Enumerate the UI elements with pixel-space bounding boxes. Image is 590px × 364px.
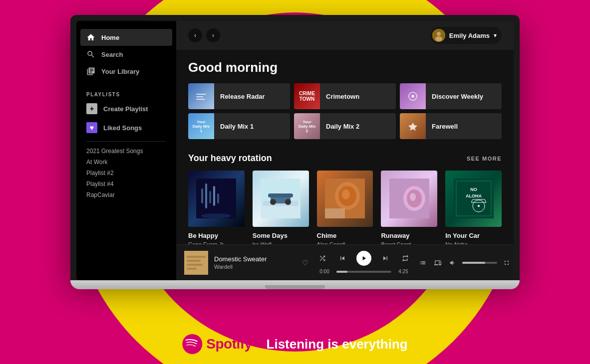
discover-weekly-label: Discover Weekly [432, 93, 483, 100]
progress-row: 0:00 4:25 [316, 269, 411, 274]
svg-text:ALOHA: ALOHA [466, 193, 482, 198]
quick-item-farewell[interactable]: Farewell [400, 113, 502, 139]
laptop-bezel: Home Search [70, 15, 520, 280]
svg-point-43 [185, 337, 199, 351]
devices-button[interactable] [432, 257, 443, 268]
playlists-section-title: PLAYLISTS [76, 88, 176, 99]
chime-title: Chime [317, 232, 373, 239]
svg-text:NO: NO [470, 187, 477, 192]
now-playing-bar: Domestic Sweater Wardell ♡ [176, 244, 514, 280]
release-radar-thumb [188, 83, 214, 109]
daily-mix-1-label: Daily Mix 1 [220, 123, 254, 130]
back-button[interactable]: ‹ [188, 28, 202, 42]
liked-songs-label: Liked Songs [103, 124, 142, 132]
svg-rect-3 [196, 94, 206, 95]
runaway-title: Runaway [381, 232, 437, 239]
some-days-thumb [253, 171, 309, 227]
svg-point-19 [270, 199, 276, 205]
sidebar-item-library[interactable]: Your Library [80, 63, 172, 80]
see-more-button[interactable]: SEE MORE [467, 156, 502, 162]
album-card-some-days[interactable]: Some Days Ira Wolf [253, 171, 309, 244]
album-card-chime[interactable]: Chime Alan Gogoll [317, 171, 373, 244]
crimetown-label: Crimetown [326, 93, 359, 100]
svg-rect-13 [217, 193, 219, 203]
album-card-in-your-car[interactable]: NO ALOHA In Your Car No Aloha [445, 171, 502, 244]
svg-point-2 [435, 36, 442, 41]
player-controls [316, 251, 411, 266]
search-label: Search [101, 51, 123, 58]
be-happy-title: Be Happy [188, 232, 245, 239]
playlist-item[interactable]: RapCaviar [86, 191, 166, 198]
svg-rect-11 [209, 191, 211, 203]
fullscreen-button[interactable] [501, 257, 512, 268]
svg-point-20 [285, 199, 291, 205]
svg-rect-9 [201, 188, 203, 203]
quick-access-grid: Release Radar CRIMETOWN Crimetown [188, 83, 502, 139]
liked-songs-action[interactable]: ♥ Liked Songs [76, 118, 176, 137]
home-icon [86, 33, 95, 42]
volume-button[interactable] [447, 257, 458, 268]
album-card-be-happy[interactable]: Be Happy Gene Evaro Jr. [188, 171, 245, 244]
crimetown-thumb: CRIMETOWN [294, 83, 320, 109]
now-playing-thumb [184, 251, 208, 275]
track-artist: Wardell [214, 264, 294, 270]
sidebar-item-home[interactable]: Home [80, 29, 172, 46]
volume-bar[interactable] [462, 262, 497, 264]
nav-arrows: ‹ › [188, 28, 220, 42]
app-container: Home Search [76, 21, 514, 280]
laptop-base [70, 280, 520, 289]
shuffle-button[interactable] [316, 252, 328, 264]
sidebar-nav: Home Search [76, 29, 176, 80]
svg-rect-31 [389, 179, 429, 218]
sidebar-item-search[interactable]: Search [80, 46, 172, 63]
svg-rect-10 [205, 183, 207, 208]
user-name: Emily Adams [449, 32, 490, 39]
forward-button[interactable]: › [206, 28, 220, 42]
svg-point-25 [342, 189, 350, 199]
library-icon [86, 67, 95, 76]
queue-button[interactable] [417, 257, 428, 268]
scroll-area[interactable]: Good morning [176, 50, 514, 244]
quick-item-daily-mix-2[interactable]: YourDaily Mix2 Daily Mix 2 [294, 113, 396, 139]
heart-icon: ♥ [86, 122, 97, 133]
branding: Spotify® Listening is everything [182, 334, 407, 354]
svg-rect-42 [187, 268, 197, 270]
progress-bar[interactable] [336, 271, 391, 273]
repeat-button[interactable] [399, 252, 411, 264]
play-pause-button[interactable] [356, 251, 371, 266]
dropdown-icon: ▾ [494, 32, 497, 39]
next-button[interactable] [379, 252, 391, 264]
playlist-item[interactable]: 2021 Greatest Songs [86, 148, 166, 155]
quick-item-discover-weekly[interactable]: Discover Weekly [400, 83, 502, 109]
in-your-car-thumb: NO ALOHA [445, 171, 502, 227]
playlist-item[interactable]: At Work [86, 159, 166, 166]
svg-rect-26 [325, 208, 345, 218]
rotation-title: Your heavy rotation [188, 153, 272, 164]
svg-rect-5 [196, 99, 205, 100]
playlist-item[interactable]: Playlist #4 [86, 181, 166, 187]
quick-item-daily-mix-1[interactable]: YourDaily Mix1 Daily Mix 1 [188, 113, 290, 139]
rotation-section-header: Your heavy rotation SEE MORE [188, 153, 502, 164]
spotify-name: Spotify [206, 336, 252, 352]
like-track-button[interactable]: ♡ [300, 257, 310, 269]
time-total: 4:25 [395, 269, 411, 274]
avatar [432, 29, 445, 42]
create-playlist-action[interactable]: + Create Playlist [76, 99, 176, 118]
quick-item-release-radar[interactable]: Release Radar [188, 83, 290, 109]
playlist-item[interactable]: Playlist #2 [86, 170, 166, 177]
laptop-screen: Home Search [76, 21, 514, 280]
now-playing-info: Domestic Sweater Wardell [214, 255, 294, 270]
album-card-runaway[interactable]: Runaway Beast Coast [381, 171, 437, 244]
home-label: Home [101, 34, 119, 41]
previous-button[interactable] [336, 252, 348, 264]
progress-fill [336, 271, 347, 273]
add-icon: + [86, 103, 97, 114]
quick-item-crimetown[interactable]: CRIMETOWN Crimetown [294, 83, 396, 109]
daily-mix-1-thumb: YourDaily Mix1 [188, 113, 214, 139]
farewell-thumb [400, 113, 426, 139]
daily-mix-2-label: Daily Mix 2 [326, 123, 359, 130]
svg-rect-40 [187, 260, 201, 262]
spotify-icon [182, 334, 202, 354]
rotation-cards: Be Happy Gene Evaro Jr. [188, 171, 502, 244]
user-menu[interactable]: Emily Adams ▾ [430, 27, 502, 44]
